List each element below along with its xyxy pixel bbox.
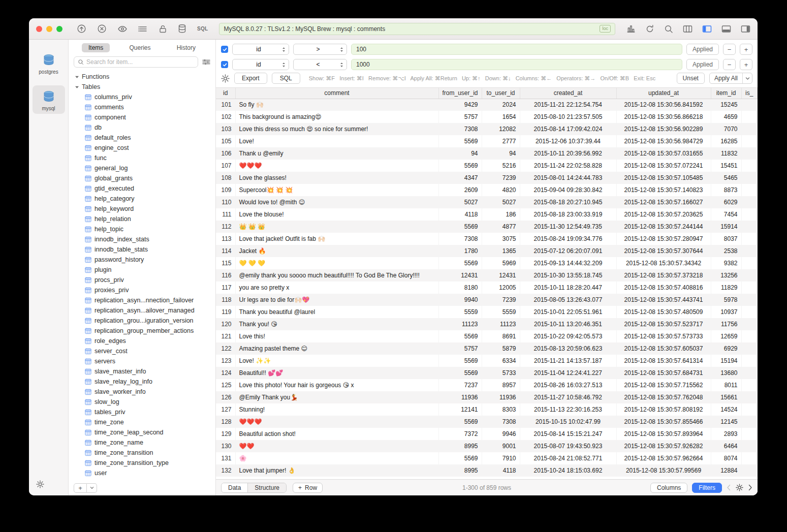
search-icon[interactable] <box>664 24 673 34</box>
table-row[interactable]: 108 Love the glasses! 4347 7239 2015-08-… <box>216 172 758 184</box>
table-item[interactable]: time_zone <box>69 417 215 427</box>
page-settings-gear-icon[interactable] <box>736 484 743 491</box>
tab-queries[interactable]: Queries <box>122 43 157 52</box>
table-item[interactable]: procs_priv <box>69 275 215 285</box>
filter-remove-button[interactable]: − <box>723 44 736 55</box>
chart-icon[interactable] <box>626 24 636 33</box>
table-row[interactable]: 119 Thank you beautiful @laurel 5559 555… <box>216 306 758 318</box>
table-item[interactable]: server_cost <box>69 346 215 356</box>
search-input[interactable] <box>86 58 194 66</box>
table-item[interactable]: user <box>69 468 215 478</box>
table-row[interactable]: 113 Love that jacket! Outfit is fab 🙌🏻 7… <box>216 233 758 245</box>
filter-column-select[interactable]: id <box>232 44 289 55</box>
column-header[interactable]: created_at <box>520 88 616 99</box>
tree-section-functions[interactable]: Functions <box>69 72 215 82</box>
table-item[interactable]: time_zone_transition_type <box>69 458 215 468</box>
table-item[interactable]: comments <box>69 102 215 112</box>
table-row[interactable]: 132 Love that jumper! 👌 8995 4118 2015-1… <box>216 464 758 477</box>
table-item[interactable]: replication_grou...iguration_version <box>69 316 215 326</box>
table-row[interactable]: 120 Thank you! 😘 11123 11123 2015-10-11 … <box>216 318 758 330</box>
table-row[interactable]: 124 Beautiful!! 💕💕 5569 5733 2015-11-04 … <box>216 367 758 379</box>
table-row[interactable]: 105 Love! 5569 2777 2015-12-06 10:37:39.… <box>216 135 758 147</box>
connection-mysql[interactable]: mysql <box>33 85 65 114</box>
filter-value-input[interactable] <box>351 44 682 55</box>
connect-icon[interactable] <box>77 24 86 34</box>
table-row[interactable]: 122 Amazing pastel theme 😊 5757 5879 201… <box>216 342 758 355</box>
table-item[interactable]: plugin <box>69 265 215 275</box>
refresh-icon[interactable] <box>645 24 654 34</box>
table-row[interactable]: 103 Love this dress so much 😍 so nice fo… <box>216 123 758 135</box>
close-button[interactable] <box>36 26 42 32</box>
unset-button[interactable]: Unset <box>677 73 705 84</box>
table-row[interactable]: 102 This background is amazing😍 5757 165… <box>216 111 758 123</box>
table-row[interactable]: 117 you are so pretty x 8180 12005 2015-… <box>216 281 758 294</box>
table-row[interactable]: 118 Ur legs are to die for🙌🏻💖 9940 7239 … <box>216 294 758 306</box>
filters-button[interactable]: Filters <box>692 483 722 493</box>
apply-all-button[interactable]: Apply All <box>709 73 752 84</box>
filter-enabled-checkbox[interactable] <box>221 61 228 68</box>
column-header[interactable]: from_user_id <box>438 88 482 99</box>
tree-section-tables[interactable]: Tables <box>69 82 215 92</box>
column-header[interactable]: comment <box>235 88 438 99</box>
filter-column-select[interactable]: id <box>232 59 289 70</box>
filter-add-button[interactable]: + <box>740 44 752 55</box>
eye-icon[interactable] <box>117 25 128 33</box>
table-item[interactable]: password_history <box>69 255 215 265</box>
filter-enabled-checkbox[interactable] <box>221 46 228 53</box>
add-item-chevron-icon[interactable] <box>87 483 97 493</box>
column-header[interactable]: updated_at <box>616 88 711 99</box>
column-header[interactable]: to_user_id <box>482 88 520 99</box>
table-item[interactable]: slow_log <box>69 397 215 407</box>
connection-postgres[interactable]: postgres <box>33 49 65 77</box>
column-header[interactable]: id <box>216 88 235 99</box>
add-row-button[interactable]: + Row <box>293 483 323 493</box>
table-item[interactable]: innodb_index_stats <box>69 234 215 244</box>
columns-button[interactable]: Columns <box>650 483 687 493</box>
data-tab[interactable]: Data <box>222 483 247 492</box>
zoom-button[interactable] <box>56 26 62 32</box>
table-row[interactable]: 110 Would love to! @mith 😊 5027 5027 201… <box>216 196 758 208</box>
filter-applied-button[interactable]: Applied <box>686 44 719 55</box>
table-item[interactable]: func <box>69 153 215 163</box>
table-row[interactable]: 116 @emily thank you soooo much beautifu… <box>216 269 758 281</box>
table-row[interactable]: 101 So fly 🙌🏻 9429 2024 2015-11-21 22:12… <box>216 99 758 111</box>
lock-icon[interactable] <box>159 24 167 34</box>
tab-history[interactable]: History <box>170 43 202 52</box>
table-row[interactable]: 109 Supercool💥 💥 💥 2609 4820 2015-09-04 … <box>216 184 758 196</box>
panel-bottom-icon[interactable] <box>721 25 731 33</box>
table-item[interactable]: tables_priv <box>69 407 215 417</box>
table-item[interactable]: columns_priv <box>69 92 215 102</box>
table-item[interactable]: slave_relay_log_info <box>69 377 215 387</box>
filter-settings-gear-icon[interactable] <box>221 74 230 83</box>
filter-remove-button[interactable]: − <box>723 59 736 70</box>
panel-right-icon[interactable] <box>741 25 750 33</box>
table-item[interactable]: global_grants <box>69 173 215 183</box>
table-item[interactable]: replication_group_member_actions <box>69 326 215 336</box>
table-row[interactable]: 123 Love! ✨✨ 5569 6334 2015-11-21 14:13:… <box>216 355 758 367</box>
table-item[interactable]: proxies_priv <box>69 285 215 295</box>
next-page-icon[interactable] <box>748 484 752 491</box>
table-item[interactable]: db <box>69 122 215 133</box>
table-item[interactable]: replication_asyn...ailover_managed <box>69 305 215 316</box>
table-columns-icon[interactable] <box>683 25 692 33</box>
sql-editor-icon[interactable]: SQL <box>197 26 208 32</box>
structure-tab[interactable]: Structure <box>247 483 286 492</box>
table-row[interactable]: 127 Stunning! 12141 8303 2015-11-13 22:3… <box>216 403 758 416</box>
table-item[interactable]: slave_worker_info <box>69 387 215 397</box>
export-button[interactable]: Export <box>234 73 267 84</box>
add-item-button[interactable]: + <box>74 483 87 493</box>
table-row[interactable]: 121 Love this! 5569 8691 2015-10-22 09:4… <box>216 330 758 342</box>
minimize-button[interactable] <box>46 26 52 32</box>
sql-button[interactable]: SQL <box>272 73 300 84</box>
tab-items[interactable]: Items <box>82 43 110 52</box>
prev-page-icon[interactable] <box>727 484 731 491</box>
filter-options-icon[interactable] <box>202 58 210 66</box>
table-item[interactable]: help_keyword <box>69 204 215 214</box>
table-row[interactable]: 114 Jacket 🔥 1780 1365 2015-07-12 06:20:… <box>216 245 758 257</box>
table-item[interactable]: time_zone_leap_second <box>69 427 215 437</box>
table-item[interactable]: slave_master_info <box>69 366 215 377</box>
table-item[interactable]: component <box>69 112 215 122</box>
filter-applied-button[interactable]: Applied <box>686 59 719 70</box>
table-item[interactable]: help_category <box>69 194 215 204</box>
filter-operator-select[interactable]: > <box>293 44 347 55</box>
